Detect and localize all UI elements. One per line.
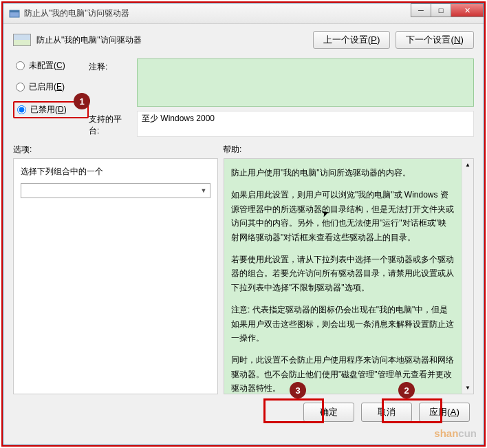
help-paragraph: 如果启用此设置，则用户可以浏览"我的电脑"或 Windows 资源管理器中的所选… <box>231 188 454 244</box>
minimize-button[interactable]: ─ <box>411 3 431 17</box>
options-label: 选项: <box>13 144 223 156</box>
svg-rect-1 <box>10 10 19 12</box>
close-button[interactable]: ✕ <box>451 3 484 17</box>
next-setting-button[interactable]: 下一个设置(N) <box>396 31 474 49</box>
apply-button[interactable]: 应用(A) <box>419 403 470 422</box>
radio-unconfigured[interactable]: 未配置(C) <box>13 58 89 73</box>
scrollbar[interactable]: ▲ ▼ <box>462 159 473 394</box>
annotation-1: 1 <box>74 93 90 109</box>
prev-setting-button[interactable]: 上一个设置(P) <box>313 31 391 49</box>
platform-value: 至少 Windows 2000 <box>137 111 474 137</box>
help-paragraph: 同时，此设置不会防止用户使用程序来访问本地驱动器和网络驱动器。也不会防止他们使用… <box>231 353 454 394</box>
platform-label: 支持的平台: <box>89 111 130 137</box>
help-paragraph: 若要使用此设置，请从下拉列表中选择一个驱动器或多个驱动器的组合。若要允许访问所有… <box>231 253 454 295</box>
policy-icon <box>13 34 31 46</box>
scroll-up-icon[interactable]: ▲ <box>462 159 473 171</box>
page-title: 防止从"我的电脑"访问驱动器 <box>36 34 142 46</box>
radio-enabled[interactable]: 已启用(E) <box>13 80 89 94</box>
app-icon <box>9 8 20 19</box>
comment-box[interactable] <box>137 58 474 107</box>
annotation-3: 3 <box>290 382 306 398</box>
chevron-down-icon: ▼ <box>197 184 210 198</box>
help-label: 帮助: <box>223 144 241 156</box>
comment-label: 注释: <box>89 58 130 107</box>
dialog-window: 防止从"我的电脑"访问驱动器 ─ □ ✕ 防止从"我的电脑"访问驱动器 上一个设… <box>3 3 484 445</box>
watermark: shancun <box>434 427 477 439</box>
help-panel: 防止用户使用"我的电脑"访问所选驱动器的内容。 如果启用此设置，则用户可以浏览"… <box>224 158 474 394</box>
annotation-2: 2 <box>398 382 415 398</box>
ok-button[interactable]: 确定 <box>303 403 354 422</box>
help-paragraph: 注意: 代表指定驱动器的图标仍会出现在"我的电脑"中，但是如果用户双击这些图标，… <box>231 303 454 345</box>
scroll-down-icon[interactable]: ▼ <box>462 382 473 394</box>
help-paragraph: 防止用户使用"我的电脑"访问所选驱动器的内容。 <box>231 166 454 180</box>
options-panel: 选择下列组合中的一个 ▼ <box>13 158 218 394</box>
window-title: 防止从"我的电脑"访问驱动器 <box>24 8 129 19</box>
options-select[interactable]: ▼ <box>21 183 210 198</box>
titlebar[interactable]: 防止从"我的电脑"访问驱动器 ─ □ ✕ <box>3 3 484 24</box>
select-label: 选择下列组合中的一个 <box>21 166 210 178</box>
maximize-button[interactable]: □ <box>431 3 451 17</box>
cancel-button[interactable]: 取消 <box>361 403 412 422</box>
